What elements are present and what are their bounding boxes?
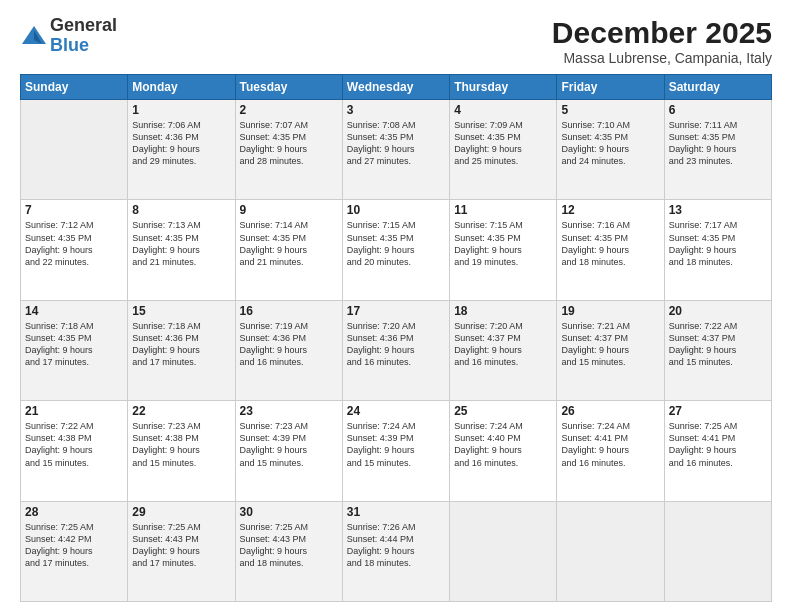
day-info: Sunrise: 7:23 AM Sunset: 4:38 PM Dayligh… xyxy=(132,420,230,469)
header: General Blue December 2025 Massa Lubrens… xyxy=(20,16,772,66)
day-number: 4 xyxy=(454,103,552,117)
day-number: 31 xyxy=(347,505,445,519)
calendar-cell: 10Sunrise: 7:15 AM Sunset: 4:35 PM Dayli… xyxy=(342,200,449,300)
logo-icon xyxy=(20,22,48,50)
day-number: 24 xyxy=(347,404,445,418)
day-number: 30 xyxy=(240,505,338,519)
calendar-cell: 1Sunrise: 7:06 AM Sunset: 4:36 PM Daylig… xyxy=(128,100,235,200)
day-number: 22 xyxy=(132,404,230,418)
day-number: 2 xyxy=(240,103,338,117)
logo: General Blue xyxy=(20,16,117,56)
day-number: 27 xyxy=(669,404,767,418)
calendar-cell: 24Sunrise: 7:24 AM Sunset: 4:39 PM Dayli… xyxy=(342,401,449,501)
calendar-cell: 23Sunrise: 7:23 AM Sunset: 4:39 PM Dayli… xyxy=(235,401,342,501)
day-info: Sunrise: 7:18 AM Sunset: 4:35 PM Dayligh… xyxy=(25,320,123,369)
day-info: Sunrise: 7:25 AM Sunset: 4:43 PM Dayligh… xyxy=(132,521,230,570)
day-number: 1 xyxy=(132,103,230,117)
day-info: Sunrise: 7:08 AM Sunset: 4:35 PM Dayligh… xyxy=(347,119,445,168)
calendar-week-row: 28Sunrise: 7:25 AM Sunset: 4:42 PM Dayli… xyxy=(21,501,772,601)
calendar-cell: 5Sunrise: 7:10 AM Sunset: 4:35 PM Daylig… xyxy=(557,100,664,200)
col-header-tuesday: Tuesday xyxy=(235,75,342,100)
day-info: Sunrise: 7:12 AM Sunset: 4:35 PM Dayligh… xyxy=(25,219,123,268)
calendar-week-row: 14Sunrise: 7:18 AM Sunset: 4:35 PM Dayli… xyxy=(21,300,772,400)
calendar-cell: 16Sunrise: 7:19 AM Sunset: 4:36 PM Dayli… xyxy=(235,300,342,400)
day-number: 11 xyxy=(454,203,552,217)
day-info: Sunrise: 7:16 AM Sunset: 4:35 PM Dayligh… xyxy=(561,219,659,268)
calendar-cell: 30Sunrise: 7:25 AM Sunset: 4:43 PM Dayli… xyxy=(235,501,342,601)
calendar-week-row: 21Sunrise: 7:22 AM Sunset: 4:38 PM Dayli… xyxy=(21,401,772,501)
day-number: 9 xyxy=(240,203,338,217)
calendar-cell: 18Sunrise: 7:20 AM Sunset: 4:37 PM Dayli… xyxy=(450,300,557,400)
day-number: 28 xyxy=(25,505,123,519)
calendar-cell: 4Sunrise: 7:09 AM Sunset: 4:35 PM Daylig… xyxy=(450,100,557,200)
day-info: Sunrise: 7:26 AM Sunset: 4:44 PM Dayligh… xyxy=(347,521,445,570)
logo-general: General xyxy=(50,16,117,36)
day-info: Sunrise: 7:15 AM Sunset: 4:35 PM Dayligh… xyxy=(347,219,445,268)
logo-blue: Blue xyxy=(50,36,117,56)
day-number: 25 xyxy=(454,404,552,418)
day-info: Sunrise: 7:20 AM Sunset: 4:37 PM Dayligh… xyxy=(454,320,552,369)
calendar-cell: 14Sunrise: 7:18 AM Sunset: 4:35 PM Dayli… xyxy=(21,300,128,400)
calendar-cell: 3Sunrise: 7:08 AM Sunset: 4:35 PM Daylig… xyxy=(342,100,449,200)
calendar-week-row: 1Sunrise: 7:06 AM Sunset: 4:36 PM Daylig… xyxy=(21,100,772,200)
day-info: Sunrise: 7:24 AM Sunset: 4:41 PM Dayligh… xyxy=(561,420,659,469)
calendar-table: SundayMondayTuesdayWednesdayThursdayFrid… xyxy=(20,74,772,602)
day-info: Sunrise: 7:22 AM Sunset: 4:38 PM Dayligh… xyxy=(25,420,123,469)
day-number: 13 xyxy=(669,203,767,217)
day-info: Sunrise: 7:17 AM Sunset: 4:35 PM Dayligh… xyxy=(669,219,767,268)
col-header-monday: Monday xyxy=(128,75,235,100)
logo-text: General Blue xyxy=(50,16,117,56)
day-number: 3 xyxy=(347,103,445,117)
day-info: Sunrise: 7:25 AM Sunset: 4:43 PM Dayligh… xyxy=(240,521,338,570)
day-info: Sunrise: 7:25 AM Sunset: 4:42 PM Dayligh… xyxy=(25,521,123,570)
calendar-cell: 22Sunrise: 7:23 AM Sunset: 4:38 PM Dayli… xyxy=(128,401,235,501)
calendar-cell: 6Sunrise: 7:11 AM Sunset: 4:35 PM Daylig… xyxy=(664,100,771,200)
month-title: December 2025 xyxy=(552,16,772,50)
day-number: 7 xyxy=(25,203,123,217)
calendar-cell: 13Sunrise: 7:17 AM Sunset: 4:35 PM Dayli… xyxy=(664,200,771,300)
col-header-saturday: Saturday xyxy=(664,75,771,100)
calendar-week-row: 7Sunrise: 7:12 AM Sunset: 4:35 PM Daylig… xyxy=(21,200,772,300)
day-info: Sunrise: 7:21 AM Sunset: 4:37 PM Dayligh… xyxy=(561,320,659,369)
calendar-cell: 25Sunrise: 7:24 AM Sunset: 4:40 PM Dayli… xyxy=(450,401,557,501)
calendar-cell xyxy=(557,501,664,601)
day-number: 8 xyxy=(132,203,230,217)
day-number: 12 xyxy=(561,203,659,217)
day-number: 16 xyxy=(240,304,338,318)
calendar-cell xyxy=(21,100,128,200)
day-info: Sunrise: 7:23 AM Sunset: 4:39 PM Dayligh… xyxy=(240,420,338,469)
calendar-cell: 17Sunrise: 7:20 AM Sunset: 4:36 PM Dayli… xyxy=(342,300,449,400)
day-info: Sunrise: 7:07 AM Sunset: 4:35 PM Dayligh… xyxy=(240,119,338,168)
calendar-cell: 15Sunrise: 7:18 AM Sunset: 4:36 PM Dayli… xyxy=(128,300,235,400)
page: General Blue December 2025 Massa Lubrens… xyxy=(0,0,792,612)
calendar-header-row: SundayMondayTuesdayWednesdayThursdayFrid… xyxy=(21,75,772,100)
day-number: 21 xyxy=(25,404,123,418)
day-number: 20 xyxy=(669,304,767,318)
day-info: Sunrise: 7:11 AM Sunset: 4:35 PM Dayligh… xyxy=(669,119,767,168)
day-info: Sunrise: 7:10 AM Sunset: 4:35 PM Dayligh… xyxy=(561,119,659,168)
day-number: 10 xyxy=(347,203,445,217)
calendar-cell: 29Sunrise: 7:25 AM Sunset: 4:43 PM Dayli… xyxy=(128,501,235,601)
day-number: 14 xyxy=(25,304,123,318)
day-info: Sunrise: 7:24 AM Sunset: 4:40 PM Dayligh… xyxy=(454,420,552,469)
col-header-wednesday: Wednesday xyxy=(342,75,449,100)
calendar-cell: 9Sunrise: 7:14 AM Sunset: 4:35 PM Daylig… xyxy=(235,200,342,300)
day-info: Sunrise: 7:24 AM Sunset: 4:39 PM Dayligh… xyxy=(347,420,445,469)
day-info: Sunrise: 7:19 AM Sunset: 4:36 PM Dayligh… xyxy=(240,320,338,369)
day-number: 17 xyxy=(347,304,445,318)
title-section: December 2025 Massa Lubrense, Campania, … xyxy=(552,16,772,66)
col-header-sunday: Sunday xyxy=(21,75,128,100)
calendar-cell xyxy=(450,501,557,601)
day-info: Sunrise: 7:18 AM Sunset: 4:36 PM Dayligh… xyxy=(132,320,230,369)
col-header-thursday: Thursday xyxy=(450,75,557,100)
day-number: 23 xyxy=(240,404,338,418)
calendar-cell: 21Sunrise: 7:22 AM Sunset: 4:38 PM Dayli… xyxy=(21,401,128,501)
calendar-cell: 8Sunrise: 7:13 AM Sunset: 4:35 PM Daylig… xyxy=(128,200,235,300)
col-header-friday: Friday xyxy=(557,75,664,100)
day-info: Sunrise: 7:20 AM Sunset: 4:36 PM Dayligh… xyxy=(347,320,445,369)
location: Massa Lubrense, Campania, Italy xyxy=(552,50,772,66)
calendar-cell: 27Sunrise: 7:25 AM Sunset: 4:41 PM Dayli… xyxy=(664,401,771,501)
day-info: Sunrise: 7:13 AM Sunset: 4:35 PM Dayligh… xyxy=(132,219,230,268)
calendar-cell xyxy=(664,501,771,601)
day-number: 5 xyxy=(561,103,659,117)
